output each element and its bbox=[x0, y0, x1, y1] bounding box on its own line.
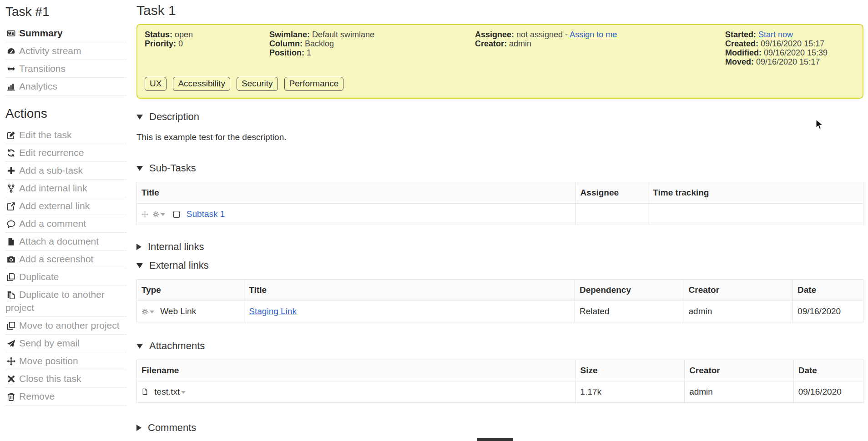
action-label: Edit the task bbox=[19, 130, 72, 140]
sidebar-item-analytics[interactable]: Analytics bbox=[5, 78, 126, 95]
creator-label: Creator: bbox=[475, 39, 507, 48]
camera-icon bbox=[5, 252, 17, 266]
action-move-position[interactable]: Move position bbox=[5, 352, 126, 370]
column-row: Column: Backlog bbox=[269, 39, 475, 48]
section-description-toggle[interactable]: Description bbox=[136, 111, 863, 123]
subtasks-header-assignee: Assignee bbox=[575, 182, 648, 204]
action-label: Edit recurrence bbox=[19, 147, 84, 158]
task-summary-box: Status: open Priority: 0 Swimlane: Defau… bbox=[136, 24, 863, 99]
caret-down-icon[interactable] bbox=[181, 391, 186, 394]
attachment-date: 09/16/2020 bbox=[793, 381, 863, 403]
start-now-link[interactable]: Start now bbox=[758, 30, 793, 39]
drag-handle-icon[interactable] bbox=[141, 209, 148, 219]
document-icon bbox=[5, 235, 17, 248]
attachment-header-date: Date bbox=[793, 360, 863, 381]
code-fork-icon bbox=[5, 181, 17, 195]
section-title: Comments bbox=[148, 422, 196, 434]
attachment-header-filename: Filename bbox=[137, 360, 576, 381]
action-duplicate[interactable]: Duplicate bbox=[5, 268, 126, 286]
arrows-horizontal-icon bbox=[5, 62, 17, 75]
section-title: Sub-Tasks bbox=[149, 162, 196, 174]
description-text: This is example test for the description… bbox=[136, 132, 863, 142]
action-add-comment[interactable]: Add a comment bbox=[5, 215, 126, 233]
sidebar-item-label: Activity stream bbox=[19, 45, 81, 56]
attachment-size: 1.17k bbox=[575, 381, 685, 403]
extlink-dependency: Related bbox=[575, 301, 684, 322]
modified-label: Modified: bbox=[725, 48, 762, 57]
moved-row: Moved: 09/16/2020 15:17 bbox=[725, 57, 855, 66]
action-add-screenshot[interactable]: Add a screenshot bbox=[5, 251, 126, 268]
subtasks-header-title: Title bbox=[137, 182, 576, 204]
attachment-creator: admin bbox=[685, 381, 794, 403]
section-subtasks-toggle[interactable]: Sub-Tasks bbox=[136, 162, 863, 174]
assignee-label: Assignee: bbox=[475, 30, 514, 39]
extlink-type: Web Link bbox=[160, 306, 196, 316]
action-add-internal-link[interactable]: Add internal link bbox=[5, 180, 126, 197]
sidebar-item-label: Analytics bbox=[19, 81, 57, 91]
action-close-task[interactable]: Close this task bbox=[5, 370, 126, 388]
action-send-by-email[interactable]: Send by email bbox=[5, 335, 126, 352]
moved-value: 09/16/2020 15:17 bbox=[756, 57, 820, 66]
action-label: Send by email bbox=[19, 338, 80, 348]
action-move-to-project[interactable]: Move to another project bbox=[5, 317, 126, 335]
tag: UX bbox=[145, 77, 167, 91]
section-internal-links-toggle[interactable]: Internal links bbox=[136, 241, 863, 253]
gear-icon[interactable] bbox=[141, 306, 148, 316]
duplicate-icon bbox=[5, 270, 17, 283]
comment-icon bbox=[5, 217, 17, 230]
sidebar-item-activity-stream[interactable]: Activity stream bbox=[5, 42, 126, 60]
extlink-title-link[interactable]: Staging Link bbox=[249, 306, 297, 316]
assignee-row: Assignee: not assigned - Assign to me bbox=[475, 30, 725, 39]
tag: Accessibility bbox=[173, 77, 230, 91]
attachment-header-creator: Creator bbox=[685, 360, 794, 381]
subtask-row: Subtask 1 bbox=[137, 204, 863, 225]
action-add-external-link[interactable]: Add external link bbox=[5, 197, 126, 215]
modified-value: 09/16/2020 15:39 bbox=[764, 48, 828, 57]
move-position-icon bbox=[5, 354, 17, 367]
triangle-down-icon bbox=[136, 263, 143, 268]
subtasks-header-time-tracking: Time tracking bbox=[648, 182, 863, 204]
subtask-checkbox[interactable] bbox=[173, 211, 180, 218]
assignee-value: not assigned - bbox=[516, 30, 568, 39]
dashboard-icon bbox=[5, 44, 17, 57]
sidebar-item-summary[interactable]: Summary bbox=[5, 25, 126, 42]
priority-value: 0 bbox=[178, 39, 183, 48]
sidebar-item-label: Transitions bbox=[19, 63, 66, 74]
extlink-header-creator: Creator bbox=[684, 280, 793, 301]
section-external-links-toggle[interactable]: External links bbox=[136, 260, 863, 271]
triangle-down-icon bbox=[136, 166, 143, 171]
action-add-subtask[interactable]: Add a sub-task bbox=[5, 162, 126, 180]
triangle-right-icon bbox=[136, 244, 141, 250]
moved-label: Moved: bbox=[725, 57, 754, 66]
newspaper-icon bbox=[5, 26, 17, 40]
attachment-filename[interactable]: test.txt bbox=[154, 387, 180, 396]
action-label: Move position bbox=[19, 356, 78, 366]
action-label: Duplicate to another project bbox=[5, 289, 105, 313]
assign-to-me-link[interactable]: Assign to me bbox=[570, 30, 617, 39]
section-comments-toggle[interactable]: Comments bbox=[136, 422, 863, 434]
action-remove[interactable]: Remove bbox=[5, 388, 126, 406]
action-label: Add a screenshot bbox=[19, 254, 93, 264]
creator-row: Creator: admin bbox=[475, 39, 725, 48]
action-label: Close this task bbox=[19, 373, 81, 384]
section-attachments-toggle[interactable]: Attachments bbox=[136, 340, 863, 352]
action-edit-recurrence[interactable]: Edit recurrence bbox=[5, 144, 126, 162]
subtask-link[interactable]: Subtask 1 bbox=[187, 209, 225, 219]
gear-icon[interactable] bbox=[152, 209, 159, 219]
file-icon bbox=[141, 387, 148, 396]
scrollbar-thumb[interactable] bbox=[477, 438, 513, 441]
column-value: Backlog bbox=[305, 39, 334, 48]
action-attach-document[interactable]: Attach a document bbox=[5, 233, 126, 251]
action-edit-task[interactable]: Edit the task bbox=[5, 126, 126, 144]
extlink-header-date: Date bbox=[793, 280, 863, 301]
sidebar-item-transitions[interactable]: Transitions bbox=[5, 60, 126, 78]
action-label: Add a comment bbox=[19, 218, 86, 229]
extlink-creator: admin bbox=[684, 301, 793, 322]
started-label: Started: bbox=[725, 30, 756, 39]
action-duplicate-to-project[interactable]: Duplicate to another project bbox=[5, 286, 126, 317]
created-value: 09/16/2020 15:17 bbox=[761, 39, 824, 48]
task-sidebar: Task #1 Summary Activity stream Transiti… bbox=[0, 0, 132, 406]
caret-down-icon[interactable] bbox=[150, 311, 154, 313]
created-label: Created: bbox=[725, 39, 758, 48]
caret-down-icon[interactable] bbox=[161, 213, 165, 216]
